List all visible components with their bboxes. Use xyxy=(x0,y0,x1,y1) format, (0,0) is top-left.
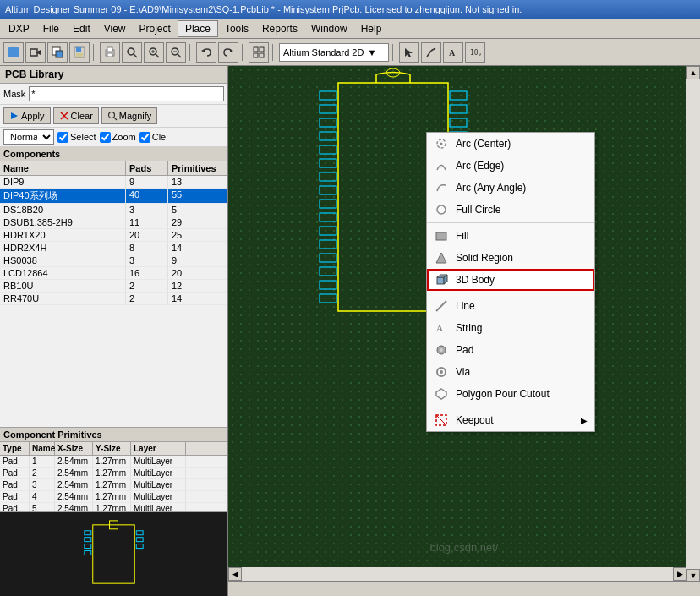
toolbar-btn-print[interactable] xyxy=(100,42,120,63)
menu-help[interactable]: Help xyxy=(354,21,389,36)
prim-row-2[interactable]: Pad 3 2.54mm 1.27mm MultiLayer xyxy=(0,479,227,491)
h-scroll-right[interactable]: ▶ xyxy=(673,567,686,581)
toolbar-sep-5 xyxy=(392,44,396,61)
pcb-library-header: PCB Library xyxy=(0,66,227,84)
menu-project[interactable]: Project xyxy=(133,21,178,36)
comp-row-7[interactable]: LCD12864 16 20 xyxy=(0,267,227,280)
menu-dxp[interactable]: DXP xyxy=(2,21,36,36)
prim-col-layer: Layer xyxy=(131,442,186,455)
prim-row-1[interactable]: Pad 2 2.54mm 1.27mm MultiLayer xyxy=(0,468,227,479)
menu-edit[interactable]: Edit xyxy=(66,21,97,36)
menu-item-solid-region[interactable]: Solid Region xyxy=(427,247,594,269)
comp-cell-name: HDR2X4H xyxy=(0,242,126,254)
svg-line-101 xyxy=(436,415,446,425)
prim-cell-ysize: 1.27mm xyxy=(93,456,131,467)
comp-row-4[interactable]: HDR1X20 20 25 xyxy=(0,229,227,242)
comp-row-5[interactable]: HDR2X4H 8 14 xyxy=(0,242,227,254)
toolbar-btn-save[interactable] xyxy=(69,42,90,63)
v-scroll-up[interactable]: ▲ xyxy=(686,66,700,79)
toolbar-sep-3 xyxy=(242,44,245,61)
prim-col-xsize: X-Size xyxy=(55,442,93,455)
prim-cell-name: 5 xyxy=(30,503,55,511)
prim-row-0[interactable]: Pad 1 2.54mm 1.27mm MultiLayer xyxy=(0,456,227,468)
toolbar-btn-zoom-out[interactable] xyxy=(166,42,186,63)
comp-row-8[interactable]: RB10U 2 12 xyxy=(0,280,227,293)
menu-place[interactable]: Place xyxy=(178,20,218,37)
view-label: Altium Standard 2D xyxy=(283,47,364,57)
svg-line-35 xyxy=(114,118,117,120)
menu-item-string[interactable]: A String xyxy=(427,317,594,339)
prim-col-ysize: Y-Size xyxy=(93,442,131,455)
prim-row-4[interactable]: Pad 5 2.54mm 1.27mm MultiLayer xyxy=(0,503,227,511)
toolbar-btn-cursor[interactable] xyxy=(399,42,419,63)
svg-rect-7 xyxy=(76,53,83,57)
prim-row-3[interactable]: Pad 4 2.54mm 1.27mm MultiLayer xyxy=(0,491,227,503)
toolbar-btn-text[interactable]: A xyxy=(443,42,463,63)
h-scroll-track[interactable] xyxy=(242,567,673,581)
comp-cell-prim: 14 xyxy=(168,293,227,304)
prim-cell-ysize: 1.27mm xyxy=(93,479,131,490)
menu-file[interactable]: File xyxy=(36,21,66,36)
menu-item-arc-center[interactable]: Arc (Center) xyxy=(427,133,594,155)
toolbar-btn-coord[interactable]: 10,0 xyxy=(465,42,485,63)
normal-dropdown[interactable]: Normal xyxy=(3,129,54,145)
svg-rect-22 xyxy=(254,47,258,52)
mask-input[interactable] xyxy=(29,86,224,101)
right-panel: blog.csdn.net/ ◀ ▶ ▲ ▼ xyxy=(228,66,700,596)
toolbar-btn-magnify[interactable] xyxy=(122,42,142,63)
svg-text:10,0: 10,0 xyxy=(470,49,481,57)
zoom-checkbox-label: Zoom xyxy=(100,132,136,143)
svg-point-11 xyxy=(128,48,134,55)
toolbar-btn-zoom-in[interactable] xyxy=(144,42,164,63)
magnify-button[interactable]: Magnify xyxy=(101,107,158,124)
svg-rect-0 xyxy=(8,47,19,57)
toolbar-grid-btn[interactable] xyxy=(249,42,269,63)
toolbar-btn-1[interactable] xyxy=(3,42,24,63)
comp-row-2[interactable]: DS18B20 3 5 xyxy=(0,204,227,216)
comp-row-6[interactable]: HS0038 3 9 xyxy=(0,254,227,267)
menu-item-via[interactable]: Via xyxy=(427,361,594,383)
prim-cell-layer: MultiLayer xyxy=(131,479,186,490)
toolbar-view-dropdown[interactable]: Altium Standard 2D ▼ xyxy=(279,43,389,62)
comp-cell-pads: 20 xyxy=(126,229,168,241)
title-text: Altium Designer Summer 09 - E:\AD9\Minis… xyxy=(5,4,522,14)
h-scroll-left[interactable]: ◀ xyxy=(228,567,242,581)
full-circle-label: Full Circle xyxy=(456,204,588,216)
cle-checkbox[interactable] xyxy=(139,132,150,143)
apply-button[interactable]: Apply xyxy=(3,107,51,124)
prim-col-type: Type xyxy=(0,442,30,455)
menu-item-polygon[interactable]: Polygon Pour Cutout xyxy=(427,383,594,405)
comp-row-1[interactable]: DIP40系列场 40 55 xyxy=(0,189,227,204)
main-layout: PCB Library Mask Apply Clear Magnify xyxy=(0,66,700,596)
menu-item-line[interactable]: Line xyxy=(427,295,594,317)
clear-button[interactable]: Clear xyxy=(53,107,99,124)
v-scroll-track[interactable] xyxy=(686,79,700,569)
menu-view[interactable]: View xyxy=(97,21,133,36)
menu-item-fill[interactable]: Fill xyxy=(427,225,594,247)
comp-row-3[interactable]: DSUB1.385-2H9 11 29 xyxy=(0,216,227,229)
comp-row-0[interactable]: DIP9 9 13 xyxy=(0,176,227,189)
zoom-checkbox[interactable] xyxy=(100,132,111,143)
menu-tools[interactable]: Tools xyxy=(218,21,255,36)
comp-cell-name: DIP40系列场 xyxy=(0,189,126,203)
menu-item-arc-edge[interactable]: Arc (Edge) xyxy=(427,155,594,177)
menu-item-arc-any[interactable]: Arc (Any Angle) xyxy=(427,177,594,199)
toolbar-btn-3[interactable] xyxy=(47,42,68,63)
select-checkbox[interactable] xyxy=(57,132,68,143)
prim-cell-xsize: 2.54mm xyxy=(55,479,93,490)
menu-item-3d-body[interactable]: 3D Body xyxy=(427,269,594,291)
menu-item-full-circle[interactable]: Full Circle xyxy=(427,199,594,221)
comp-row-9[interactable]: RR470U 2 14 xyxy=(0,293,227,305)
toolbar-btn-redo[interactable] xyxy=(218,42,238,63)
menu-window[interactable]: Window xyxy=(304,21,354,36)
svg-rect-90 xyxy=(437,277,444,284)
toolbar-btn-undo[interactable] xyxy=(196,42,216,63)
menu-reports[interactable]: Reports xyxy=(255,21,304,36)
menu-item-pad[interactable]: Pad xyxy=(427,339,594,361)
svg-marker-26 xyxy=(405,48,413,57)
menu-item-keepout[interactable]: Keepout ▶ xyxy=(427,409,594,431)
toolbar-btn-2[interactable] xyxy=(25,42,46,63)
prim-cell-xsize: 2.54mm xyxy=(55,456,93,467)
toolbar-btn-wire[interactable] xyxy=(421,42,441,63)
svg-rect-23 xyxy=(260,47,264,52)
